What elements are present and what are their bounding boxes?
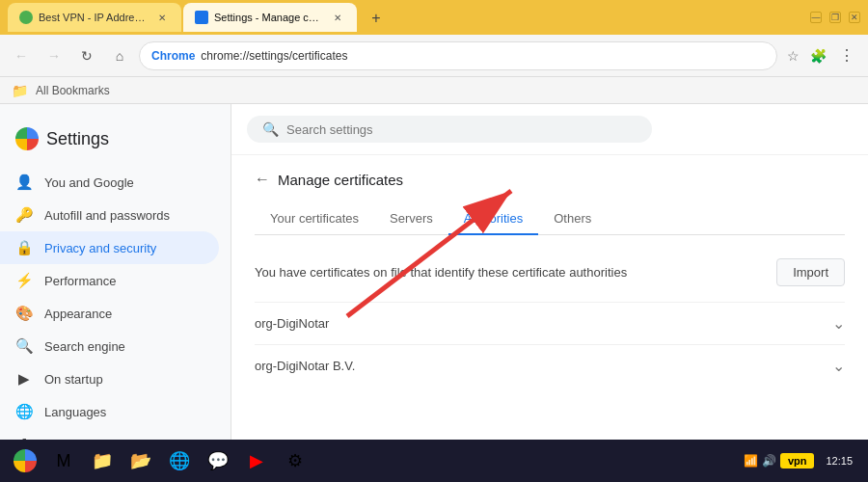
tab2-close[interactable]: ✕ bbox=[330, 10, 345, 25]
sidebar-item-autofill[interactable]: 🔑 Autofill and passwords bbox=[0, 199, 219, 231]
chrome-protocol-icon: Chrome bbox=[151, 49, 195, 63]
cert-panel: ← Manage certificates Your certificates … bbox=[231, 155, 868, 402]
close-button[interactable]: ✕ bbox=[849, 12, 860, 23]
new-tab-button[interactable]: + bbox=[363, 5, 390, 32]
tab-1[interactable]: Best VPN - IP Address Chang... ✕ bbox=[8, 3, 181, 32]
back-button[interactable]: ← bbox=[8, 42, 35, 69]
tab-servers[interactable]: Servers bbox=[374, 203, 448, 235]
content-area: 🔍 ← Manage certificates Your certificate… bbox=[231, 104, 868, 440]
search-bar-container: 🔍 bbox=[231, 104, 868, 155]
chat-taskbar-icon[interactable]: 💬 bbox=[201, 443, 235, 478]
tab-your-certificates[interactable]: Your certificates bbox=[255, 203, 374, 235]
tab2-favicon bbox=[195, 11, 208, 24]
you-and-google-label: You and Google bbox=[44, 175, 134, 190]
tab1-close[interactable]: ✕ bbox=[154, 10, 170, 25]
back-row: ← Manage certificates bbox=[255, 171, 845, 188]
search-input[interactable] bbox=[286, 122, 637, 137]
gmail-taskbar-icon[interactable]: M bbox=[46, 443, 81, 478]
home-button[interactable]: ⌂ bbox=[106, 42, 133, 69]
performance-icon: ⚡ bbox=[15, 272, 33, 289]
chrome-taskbar-icon[interactable] bbox=[8, 443, 42, 478]
url-text: chrome://settings/certificates bbox=[201, 49, 765, 63]
taskbar: M 📁 📂 🌐 💬 ▶ ⚙ 📶 🔊 vpn 12:15 bbox=[0, 440, 868, 482]
on-startup-icon: ▶ bbox=[15, 370, 33, 388]
youtube-taskbar-icon[interactable]: ▶ bbox=[239, 443, 274, 478]
you-and-google-icon: 👤 bbox=[15, 174, 33, 191]
browser-content: Settings 👤 You and Google 🔑 Autofill and… bbox=[0, 104, 868, 440]
import-button[interactable]: Import bbox=[776, 258, 845, 286]
sound-icon: 🔊 bbox=[762, 454, 776, 468]
bookmark-icon[interactable]: ☆ bbox=[783, 46, 802, 66]
languages-label: Languages bbox=[44, 405, 106, 419]
main-content: Settings 👤 You and Google 🔑 Autofill and… bbox=[0, 104, 868, 440]
maximize-button[interactable]: ❐ bbox=[829, 12, 841, 23]
url-bar[interactable]: Chrome chrome://settings/certificates bbox=[139, 41, 777, 70]
all-bookmarks-label[interactable]: All Bookmarks bbox=[36, 84, 110, 97]
chevron-icon-0[interactable]: ⌄ bbox=[832, 314, 845, 333]
settings-title: Settings bbox=[46, 129, 109, 149]
auth-description: You have certificates on file that ident… bbox=[255, 265, 627, 280]
bookmarks-bar: 📁 All Bookmarks bbox=[0, 77, 868, 104]
window-controls: — ❐ ✕ bbox=[810, 12, 860, 23]
sidebar-item-on-startup[interactable]: ▶ On startup bbox=[0, 362, 219, 395]
vpn-badge: vpn bbox=[780, 453, 815, 469]
privacy-icon: 🔒 bbox=[15, 239, 33, 256]
taskbar-time: 12:15 bbox=[818, 455, 860, 467]
search-icon: 🔍 bbox=[262, 121, 279, 137]
sidebar-item-languages[interactable]: 🌐 Languages bbox=[0, 395, 219, 428]
sidebar-item-you-and-google[interactable]: 👤 You and Google bbox=[0, 166, 219, 199]
search-engine-icon: 🔍 bbox=[15, 337, 33, 355]
browser-frame: Best VPN - IP Address Chang... ✕ Setting… bbox=[0, 0, 868, 482]
privacy-label: Privacy and security bbox=[44, 241, 156, 255]
taskbar-icons-right: 📶 🔊 bbox=[744, 454, 776, 468]
sidebar-item-appearance[interactable]: 🎨 Appearance bbox=[0, 297, 219, 330]
appearance-icon: 🎨 bbox=[15, 305, 33, 322]
back-arrow-icon[interactable]: ← bbox=[255, 171, 270, 188]
sidebar-item-downloads[interactable]: ⬇ Downloads bbox=[0, 428, 219, 440]
bookmarks-icon: 📁 bbox=[12, 83, 28, 98]
autofill-label: Autofill and passwords bbox=[44, 208, 170, 223]
search-engine-label: Search engine bbox=[44, 339, 125, 354]
authorities-content: You have certificates on file that ident… bbox=[255, 251, 845, 387]
cert-item-0[interactable]: org-DigiNotar ⌄ bbox=[255, 302, 845, 344]
chevron-icon-1[interactable]: ⌄ bbox=[832, 357, 845, 375]
autofill-icon: 🔑 bbox=[15, 206, 33, 224]
forward-button[interactable]: → bbox=[41, 42, 68, 69]
settings-logo bbox=[15, 127, 39, 150]
panel-title: Manage certificates bbox=[278, 172, 403, 188]
tab-authorities[interactable]: Authorities bbox=[448, 203, 538, 235]
web-taskbar-icon[interactable]: 🌐 bbox=[162, 443, 197, 478]
cert-item-1[interactable]: org-DigiNotar B.V. ⌄ bbox=[255, 344, 845, 387]
taskbar-right: 📶 🔊 vpn 12:15 bbox=[744, 453, 860, 469]
cert-tabs: Your certificates Servers Authorities Ot… bbox=[255, 203, 845, 235]
on-startup-label: On startup bbox=[44, 372, 103, 387]
settings-taskbar-icon[interactable]: ⚙ bbox=[278, 443, 312, 478]
search-bar: 🔍 bbox=[247, 116, 652, 143]
tab-2[interactable]: Settings - Manage certificates ✕ bbox=[183, 3, 357, 32]
sidebar-item-performance[interactable]: ⚡ Performance bbox=[0, 264, 219, 297]
tab2-label: Settings - Manage certificates bbox=[214, 12, 324, 23]
sidebar-item-search-engine[interactable]: 🔍 Search engine bbox=[0, 330, 219, 362]
performance-label: Performance bbox=[44, 274, 116, 288]
menu-button[interactable]: ⋮ bbox=[833, 42, 860, 69]
address-bar: ← → ↻ ⌂ Chrome chrome://settings/certifi… bbox=[0, 35, 868, 77]
sidebar-item-privacy[interactable]: 🔒 Privacy and security bbox=[0, 231, 219, 264]
cert-name-0: org-DigiNotar bbox=[255, 316, 329, 331]
extension-icon[interactable]: 🧩 bbox=[808, 46, 827, 66]
network-icon: 📶 bbox=[744, 454, 758, 468]
tab-others[interactable]: Others bbox=[538, 203, 607, 235]
sidebar-header: Settings bbox=[0, 120, 231, 166]
minimize-button[interactable]: — bbox=[810, 12, 822, 23]
languages-icon: 🌐 bbox=[15, 403, 33, 420]
appearance-label: Appearance bbox=[44, 307, 112, 321]
folder-taskbar-icon[interactable]: 📂 bbox=[123, 443, 158, 478]
files-taskbar-icon[interactable]: 📁 bbox=[85, 443, 120, 478]
tab1-favicon bbox=[19, 11, 33, 24]
auth-desc-row: You have certificates on file that ident… bbox=[255, 251, 845, 302]
reload-button[interactable]: ↻ bbox=[73, 42, 100, 69]
cert-name-1: org-DigiNotar B.V. bbox=[255, 359, 355, 373]
title-bar: Best VPN - IP Address Chang... ✕ Setting… bbox=[0, 0, 868, 35]
sidebar: Settings 👤 You and Google 🔑 Autofill and… bbox=[0, 104, 231, 440]
tab1-label: Best VPN - IP Address Chang... bbox=[39, 12, 149, 23]
tab-bar: Best VPN - IP Address Chang... ✕ Setting… bbox=[8, 3, 799, 32]
